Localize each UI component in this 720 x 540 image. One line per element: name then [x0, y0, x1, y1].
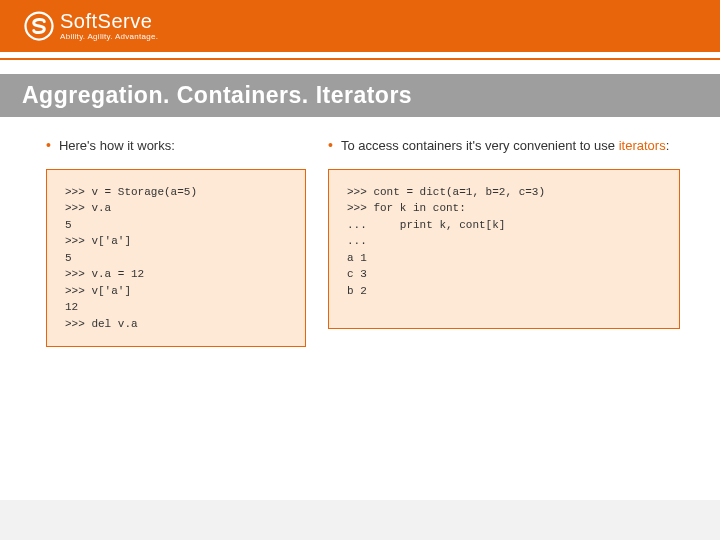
logo: SoftServe Ability. Agility. Advantage. [24, 11, 158, 41]
right-code-block: >>> cont = dict(a=1, b=2, c=3) >>> for k… [328, 169, 680, 329]
right-bullet-text: To access containers it's very convenien… [341, 137, 669, 155]
logo-text: SoftServe Ability. Agility. Advantage. [60, 11, 158, 41]
footer-bar [0, 500, 720, 540]
bullet-icon: • [46, 137, 51, 154]
logo-name-serve: Serve [98, 10, 153, 32]
bullet-icon: • [328, 137, 333, 154]
slide-content: • Here's how it works: >>> v = Storage(a… [0, 117, 720, 347]
right-bullet-pre: To access containers it's very convenien… [341, 138, 619, 153]
right-bullet-post: : [666, 138, 670, 153]
right-bullet: • To access containers it's very conveni… [328, 137, 680, 155]
right-column: • To access containers it's very conveni… [328, 137, 680, 347]
left-bullet-text: Here's how it works: [59, 137, 175, 155]
brand-header: SoftServe Ability. Agility. Advantage. [0, 0, 720, 52]
logo-mark-icon [24, 11, 54, 41]
left-column: • Here's how it works: >>> v = Storage(a… [46, 137, 306, 347]
slide-title: Aggregation. Containers. Iterators [0, 74, 720, 117]
logo-tagline: Ability. Agility. Advantage. [60, 33, 158, 41]
right-bullet-highlight: iterators [619, 138, 666, 153]
left-bullet: • Here's how it works: [46, 137, 306, 155]
left-code-block: >>> v = Storage(a=5) >>> v.a 5 >>> v['a'… [46, 169, 306, 348]
logo-name: SoftServe [60, 11, 158, 31]
header-rule [0, 58, 720, 60]
logo-name-soft: Soft [60, 10, 98, 32]
